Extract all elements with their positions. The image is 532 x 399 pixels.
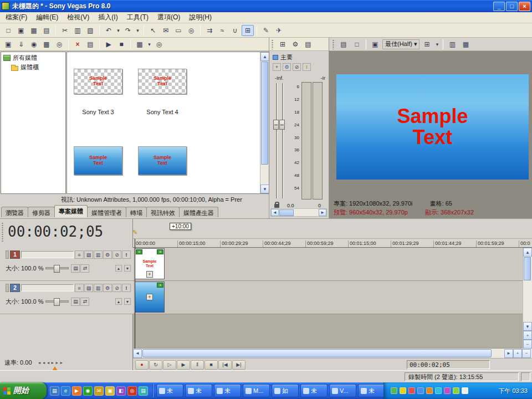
scroll-right-icon[interactable]: ►	[504, 349, 513, 358]
loop-playback[interactable]: ↻	[149, 360, 162, 370]
snapping[interactable]: ∪	[229, 25, 241, 36]
tab-media-manager[interactable]: 媒體管理者	[87, 207, 126, 217]
track-solo[interactable]: !	[122, 284, 131, 292]
tab-trimmer[interactable]: 修剪器	[28, 207, 55, 217]
start-preview[interactable]: ▶	[103, 39, 115, 50]
taskbar-task[interactable]: 如	[272, 384, 299, 397]
views[interactable]: ▦	[134, 39, 146, 50]
track-motion[interactable]: ▥	[94, 284, 103, 292]
zoom-edit-tool[interactable]: ◎	[185, 25, 197, 36]
bus-solo[interactable]: !	[303, 63, 311, 71]
tab-video-fx[interactable]: 視訊特效	[146, 207, 180, 217]
scroll-right-icon[interactable]: ►	[319, 209, 326, 216]
quicklaunch-show-desktop[interactable]: ▤	[50, 386, 59, 396]
close-button[interactable]: ×	[519, 2, 530, 11]
maximize-button[interactable]: □	[506, 2, 518, 11]
event-pan-crop-icon[interactable]: +	[146, 271, 153, 278]
paste[interactable]: ▧	[84, 25, 96, 36]
scroll-down-icon[interactable]: ▼	[523, 322, 532, 331]
tray-icon-1[interactable]	[391, 387, 397, 394]
track-number[interactable]: 2	[10, 284, 20, 292]
save-project[interactable]: ▦	[28, 25, 40, 36]
generated-media-icon[interactable]: ≡	[136, 249, 142, 254]
media-tile[interactable]: Sample Text	[74, 69, 122, 94]
quicklaunch-mail[interactable]: ✉	[94, 386, 104, 396]
taskbar-task[interactable]: V...	[329, 384, 356, 397]
marker-bar[interactable]: ✎ +10:00	[133, 219, 532, 239]
undo-dropdown[interactable]: ▾	[115, 25, 121, 36]
video-event-1[interactable]: Sample Text ≡ ≡ +	[135, 248, 165, 279]
tray-icon-9[interactable]	[462, 387, 468, 394]
stop[interactable]: ■	[204, 360, 218, 370]
play-from-start[interactable]: ▷	[163, 360, 176, 370]
bus-settings[interactable]: ⚙	[283, 63, 291, 71]
mixer-scrollbar[interactable]: ◄ ►	[270, 208, 327, 217]
timeline-time-display[interactable]: 00:00:02;05	[8, 223, 103, 240]
track-mute[interactable]: ⊘	[112, 250, 121, 259]
new-bin[interactable]: ▣	[2, 39, 14, 50]
fader-lock-icon[interactable]	[274, 204, 279, 208]
preview-quality-dropdown[interactable]: 最佳(Half) ▾	[382, 39, 420, 49]
quicklaunch-browser[interactable]: ◎	[127, 386, 137, 396]
cut[interactable]: ✂	[59, 25, 71, 36]
normal-edit-tool[interactable]: ↖	[147, 25, 159, 36]
quicklaunch-internet-explorer[interactable]: e	[61, 386, 70, 396]
redo[interactable]: ↷	[122, 25, 134, 36]
tab-project-media[interactable]: 專案媒體	[54, 205, 88, 217]
media-tile[interactable]: Sample Text	[74, 146, 122, 175]
extract-audio-from-cd[interactable]: ◎	[53, 39, 65, 50]
quicklaunch-media-player[interactable]: ▶	[72, 386, 81, 396]
bypass-motion-blur[interactable]: ▧	[84, 284, 93, 292]
open-project[interactable]: ▣	[15, 25, 27, 36]
edit-cursor[interactable]	[135, 239, 135, 349]
save-snapshot-button[interactable]: ▦	[459, 39, 472, 50]
media-list-scrollbar[interactable]: ▲ ▼	[260, 52, 269, 193]
timeline-horizontal-scrollbar[interactable]: ◄ ► + −	[133, 349, 532, 359]
start-button[interactable]: 開始	[0, 382, 47, 399]
views-dropdown[interactable]: ▾	[146, 39, 152, 50]
tray-icon-4[interactable]	[417, 387, 424, 394]
make-compositing-child-button[interactable]: ⇄	[80, 298, 89, 306]
external-monitor-button[interactable]: □	[351, 39, 363, 50]
go-to-end[interactable]: ▶|	[232, 360, 245, 370]
timeline-vertical-scrollbar[interactable]: ▲ ▼ + −	[523, 248, 532, 349]
menu-item[interactable]: 選項(O)	[153, 12, 185, 23]
import-media[interactable]: ⇓	[15, 39, 27, 50]
make-compositing-child-button[interactable]: ⇄	[80, 264, 89, 273]
taskbar-clock[interactable]: 下午 03:33	[498, 387, 528, 395]
track-expand-button[interactable]: ▼	[124, 265, 131, 272]
bus-fx[interactable]: +	[273, 63, 281, 71]
track-grip[interactable]	[6, 250, 9, 259]
insert-assignable-fx[interactable]: ⚙	[289, 39, 301, 50]
menu-item[interactable]: 說明(H)	[185, 12, 216, 23]
play[interactable]: ▶	[177, 360, 190, 370]
taskbar-task[interactable]: 未	[300, 384, 328, 397]
taskbar-task[interactable]: 未	[185, 384, 212, 397]
rate-scrub-control[interactable]: ◄◄◄►►►	[38, 361, 64, 365]
zoom-out-track-height-icon[interactable]: −	[523, 340, 532, 349]
search-media[interactable]: ◎	[153, 39, 165, 50]
tray-icon-5[interactable]	[426, 387, 433, 394]
quantize-to-frames[interactable]: ⊞	[242, 25, 254, 36]
video-event-2[interactable]: ≡ +	[135, 282, 165, 313]
track-collapse-button[interactable]: ▲	[115, 265, 122, 272]
timeline-empty-area[interactable]	[133, 314, 532, 349]
track-lane-1[interactable]: Sample Text ≡ ≡ +	[133, 248, 532, 281]
selection-edit-tool[interactable]: ▭	[172, 25, 185, 36]
tray-icon-7[interactable]	[444, 387, 451, 394]
jog-control[interactable]: ✈	[273, 25, 285, 36]
track-fx[interactable]: ⚙	[103, 250, 112, 259]
remove-media[interactable]: ×	[71, 39, 84, 50]
event-fx-icon[interactable]: ≡	[157, 249, 163, 254]
menu-item[interactable]: 插入(I)	[94, 12, 122, 23]
auto-crossfade[interactable]: ≈	[216, 25, 228, 36]
automation-settings[interactable]: ≡	[75, 284, 84, 292]
envelope-edit-tool[interactable]: ✉	[160, 25, 172, 36]
quicklaunch-photo-app[interactable]: ◧	[116, 386, 126, 396]
video-output-button[interactable]: ▣	[369, 39, 381, 50]
pause[interactable]: ‖	[191, 360, 204, 370]
menu-item[interactable]: 檢視(V)	[63, 12, 94, 23]
zoom-in-track-height-icon[interactable]: +	[523, 331, 532, 340]
go-to-start[interactable]: |◀	[218, 360, 232, 370]
tab-explorer[interactable]: 瀏覽器	[1, 207, 28, 217]
